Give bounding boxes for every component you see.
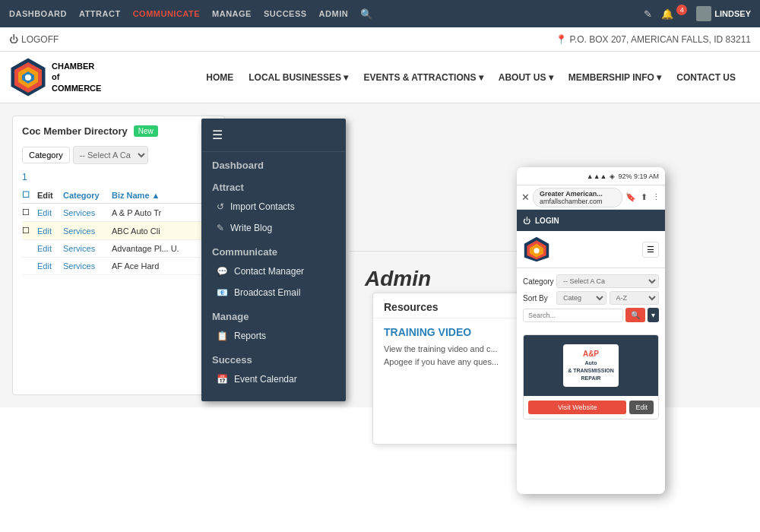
biz-actions: Visit Website Edit [524, 396, 658, 419]
logoff-label: LOGOFF [21, 34, 59, 45]
nav-membership[interactable]: MEMBERSHIP INFO ▾ [568, 72, 661, 83]
sidebar-label-contact-manager: Contact Manager [234, 266, 304, 277]
mobile-category-label: Category [523, 277, 553, 286]
mobile-sortdir-select[interactable]: A-Z [610, 291, 660, 305]
edit-link-1[interactable]: Edit [37, 226, 60, 236]
dir-title: Coc Member Directory [22, 125, 128, 137]
nav-attract[interactable]: ATTRACT [79, 9, 121, 18]
sidebar-label-blog: Write Blog [230, 223, 272, 233]
mobile-edit-button[interactable]: Edit [629, 401, 654, 414]
resources-header: Resources [373, 293, 531, 318]
mobile-category-row: Category -- Select A Ca [523, 274, 659, 288]
sidebar-section-communicate: Communicate [201, 239, 346, 261]
nav-events[interactable]: EVENTS & ATTRACTIONS ▾ [363, 72, 483, 83]
chamber-logo-icon [9, 56, 47, 98]
sidebar-item-import-contacts[interactable]: ↺ Import Contacts [201, 196, 346, 217]
mobile-login-text[interactable]: LOGIN [535, 217, 559, 225]
filter-row: Category -- Select A Ca [22, 146, 215, 164]
table-row: ☐ Edit Services A & P Auto Tr [22, 204, 215, 222]
mobile-search-input[interactable] [523, 309, 623, 322]
row-check-0[interactable]: ☐ [22, 207, 34, 217]
nav-communicate[interactable]: COMMUNICATE [133, 9, 200, 18]
mobile-status-bar: ▲▲▲ ◈ 92% 9:19 AM [517, 167, 665, 185]
mobile-sortby-select[interactable]: Categ [556, 291, 606, 305]
signal-icon: ▲▲▲ [587, 173, 607, 180]
biz-logo-box: A&P Auto & TRANSMISSIONREPAIR [563, 344, 619, 386]
email-icon: 📧 [217, 287, 228, 298]
edit-link-0[interactable]: Edit [37, 208, 60, 217]
sidebar-section-manage: Manage [201, 303, 346, 325]
wifi-icon: ◈ [610, 173, 615, 180]
mobile-search-button[interactable]: 🔍 [625, 308, 645, 322]
share-icon[interactable]: ⬆ [641, 192, 648, 202]
new-badge[interactable]: New [134, 125, 158, 137]
hamburger-icon[interactable]: ☰ [201, 119, 346, 152]
sidebar-item-write-blog[interactable]: ✎ Write Blog [201, 217, 346, 239]
sidebar-item-event-calendar[interactable]: 📅 Event Calendar [201, 369, 346, 390]
table-row: ☐ Edit Services ABC Auto Cli [22, 222, 215, 240]
nav-success[interactable]: SUCCESS [264, 9, 307, 18]
logoff-button[interactable]: ⏻ LOGOFF [9, 34, 59, 45]
logo-text: CHAMBER of COMMERCE [52, 61, 101, 93]
training-title: TRAINING VIDEO [384, 326, 521, 338]
sidebar-item-contact-manager[interactable]: 💬 Contact Manager [201, 261, 346, 282]
edit-link-3[interactable]: Edit [37, 261, 60, 271]
blog-icon: ✎ [217, 223, 224, 233]
bizname-col-header[interactable]: Biz Name ▲ [112, 191, 215, 200]
row-check-1[interactable]: ☐ [22, 226, 34, 236]
category-1: Services [63, 226, 109, 236]
address-text: 📍 P.O. BOX 207, AMERICAN FALLS, ID 83211 [556, 34, 751, 45]
mobile-category-select[interactable]: -- Select A Ca [556, 274, 659, 288]
table-header: ☐ Edit Category Biz Name ▲ [22, 187, 215, 204]
member-directory: Coc Member Directory New Category -- Sel… [12, 116, 225, 395]
mobile-top-bar: ⏻ LOGIN [517, 210, 665, 231]
contact-icon: 💬 [217, 266, 228, 277]
nav-dashboard[interactable]: DASHBOARD [9, 9, 67, 18]
mobile-nav-icons: 🔖 ⬆ ⋮ [625, 192, 660, 202]
search-icon[interactable]: 🔍 [360, 8, 372, 20]
category-col-header[interactable]: Category [63, 191, 109, 200]
chamber-nav: CHAMBER of COMMERCE HOME LOCAL BUSINESSE… [0, 52, 760, 103]
mobile-browser-bar: ✕ Greater American... amfallschamber.com… [517, 185, 665, 210]
bizname-1: ABC Auto Cli [112, 226, 215, 236]
mobile-login-icon: ⏻ [523, 217, 530, 225]
nav-home[interactable]: HOME [206, 72, 233, 83]
more-icon[interactable]: ⋮ [652, 192, 660, 202]
nav-manage[interactable]: MANAGE [212, 9, 252, 18]
mobile-url-text: Greater American... amfallschamber.com [540, 190, 603, 205]
nav-about[interactable]: ABOUT US ▾ [499, 72, 553, 83]
check-col: ☐ [22, 190, 34, 200]
mobile-close-button[interactable]: ✕ [521, 192, 530, 203]
sidebar-item-broadcast-email[interactable]: 📧 Broadcast Email [201, 282, 346, 303]
category-filter-select[interactable]: -- Select A Ca [73, 146, 148, 164]
nav-local-businesses[interactable]: LOCAL BUSINESSES ▾ [249, 72, 348, 83]
category-filter-btn[interactable]: Category [22, 147, 70, 163]
category-2: Services [63, 244, 109, 253]
username-label: LINDSEY [714, 9, 751, 18]
sidebar-item-reports[interactable]: 📋 Reports [201, 325, 346, 347]
user-menu[interactable]: LINDSEY [696, 6, 751, 21]
svg-point-8 [534, 248, 539, 253]
table-row: Edit Services AF Ace Hard [22, 258, 215, 275]
mobile-biz-image: A&P Auto & TRANSMISSIONREPAIR [524, 335, 658, 396]
bookmark-icon[interactable]: 🔖 [625, 192, 636, 202]
mobile-logo-bar: ☰ [517, 231, 665, 268]
table-row: Edit Services Advantage Pl... U. [22, 240, 215, 258]
category-0: Services [63, 208, 109, 217]
mobile-hamburger-button[interactable]: ☰ [642, 242, 659, 258]
mobile-search-options-button[interactable]: ▾ [648, 308, 659, 322]
nav-admin[interactable]: ADMIN [319, 9, 349, 18]
sidebar-label-import: Import Contacts [230, 201, 295, 212]
top-nav: DASHBOARD ATTRACT COMMUNICATE MANAGE SUC… [0, 0, 760, 27]
resources-panel: Resources TRAINING VIDEO View the traini… [372, 293, 532, 445]
chamber-logo: CHAMBER of COMMERCE [9, 56, 101, 98]
pencil-icon[interactable]: ✎ [644, 8, 652, 20]
biz-logo-mid: Auto [568, 359, 614, 367]
category-3: Services [63, 261, 109, 271]
logoff-icon: ⏻ [9, 34, 18, 45]
edit-link-2[interactable]: Edit [37, 244, 60, 253]
nav-contact[interactable]: CONTACT US [676, 72, 736, 83]
visit-website-button[interactable]: Visit Website [528, 401, 626, 414]
bell-icon[interactable]: 🔔 [661, 8, 673, 20]
sidebar-section-success: Success [201, 347, 346, 369]
